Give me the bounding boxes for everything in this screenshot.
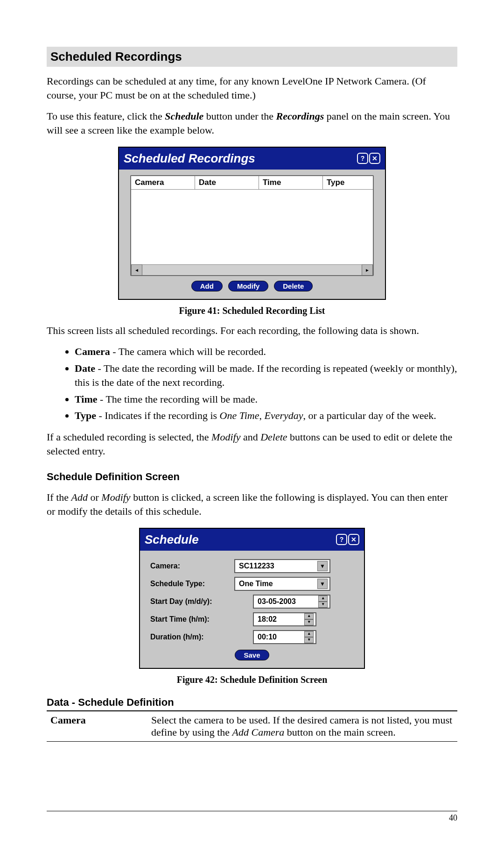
horizontal-scrollbar[interactable]: ◂ ▸: [131, 264, 373, 275]
paragraph: This screen lists all scheduled recordin…: [47, 324, 457, 338]
page-number: 40: [449, 813, 457, 823]
emph: Modify: [101, 491, 130, 503]
dialog-actions: Save: [150, 650, 354, 660]
spin-up-icon[interactable]: ▴: [304, 631, 314, 637]
dialog-title: Schedule: [145, 532, 199, 547]
text: If a scheduled recording is selected, th…: [47, 431, 211, 443]
text: button under the: [203, 110, 276, 122]
titlebar-controls: ? ✕: [336, 534, 359, 545]
spin-up-icon[interactable]: ▴: [318, 596, 328, 602]
close-icon[interactable]: ✕: [369, 153, 380, 164]
table-row: Camera Select the camera to be used. If …: [47, 711, 457, 742]
text: button on the main screen.: [284, 726, 395, 738]
spin-down-icon[interactable]: ▾: [318, 602, 328, 608]
label: Date: [75, 362, 95, 374]
label: Type: [75, 410, 96, 421]
emph: Add Camera: [232, 726, 285, 738]
label: Camera: [75, 346, 110, 357]
start-time-spinner[interactable]: 18:02 ▴ ▾: [253, 612, 316, 626]
bullet-list: Camera - The camera which will be record…: [47, 345, 457, 422]
figure: Schedule ? ✕ Camera: SC112233 ▼ Schedule…: [47, 528, 457, 669]
text: - The time the recording will be made.: [97, 393, 258, 405]
help-icon[interactable]: ?: [357, 153, 368, 164]
section-heading: Scheduled Recordings: [47, 47, 457, 67]
duration-spinner[interactable]: 00:10 ▴ ▾: [253, 630, 316, 644]
spinner-value: 18:02: [258, 615, 277, 624]
recordings-grid: Camera Date Time Type ◂ ▸: [130, 175, 374, 276]
form-row-start-day: Start Day (m/d/y): 03-05-2003 ▴ ▾: [150, 595, 354, 609]
dialog-body: Camera: SC112233 ▼ Schedule Type: One Ti…: [140, 551, 364, 668]
column-header-time[interactable]: Time: [259, 176, 323, 189]
text: , or a particular day of the week.: [303, 410, 436, 421]
spinner-buttons: ▴ ▾: [318, 596, 328, 608]
save-button[interactable]: Save: [235, 650, 269, 660]
camera-select[interactable]: SC112233 ▼: [234, 559, 330, 573]
definition-table: Camera Select the camera to be used. If …: [47, 711, 457, 742]
label-start-day: Start Day (m/d/y):: [150, 597, 234, 606]
dialog-body: Camera Date Time Type ◂ ▸ Add Modify Del…: [119, 170, 385, 299]
emph: Delete: [260, 431, 287, 443]
schedule-type-select[interactable]: One Time ▼: [234, 577, 330, 591]
text: and: [240, 431, 260, 443]
scroll-right-icon[interactable]: ▸: [362, 264, 373, 276]
start-day-spinner[interactable]: 03-05-2003 ▴ ▾: [253, 595, 330, 609]
dialog-titlebar: Schedule ? ✕: [140, 529, 364, 551]
spinner-value: 00:10: [258, 633, 277, 641]
emph: Add: [71, 491, 88, 503]
document-page: Scheduled Recordings Recordings can be s…: [0, 0, 504, 851]
page-footer: 40: [47, 811, 457, 823]
scheduled-recordings-dialog: Scheduled Recordings ? ✕ Camera Date Tim…: [118, 147, 386, 300]
text: or: [88, 491, 101, 503]
chevron-down-icon[interactable]: ▼: [317, 579, 328, 589]
select-value: SC112233: [239, 562, 274, 570]
column-header-date[interactable]: Date: [195, 176, 259, 189]
label-schedule-type: Schedule Type:: [150, 580, 234, 588]
text: To use this feature, click the: [47, 110, 165, 122]
delete-button[interactable]: Delete: [274, 281, 313, 291]
dialog-titlebar: Scheduled Recordings ? ✕: [119, 148, 385, 170]
emph: One Time: [220, 410, 259, 421]
spin-up-icon[interactable]: ▴: [304, 613, 314, 619]
defn-value: Select the camera to be used. If the des…: [147, 711, 457, 742]
dialog-actions: Add Modify Delete: [130, 281, 374, 291]
scroll-left-icon[interactable]: ◂: [131, 264, 142, 276]
text: - The camera which will be recorded.: [110, 346, 266, 357]
figure-caption: Figure 42: Schedule Definition Screen: [47, 674, 457, 685]
data-heading: Data - Schedule Definition: [47, 696, 457, 711]
text: - The date the recording will be made. I…: [75, 362, 457, 388]
text: ,: [259, 410, 265, 421]
grid-empty-area: [131, 190, 373, 264]
schedule-dialog: Schedule ? ✕ Camera: SC112233 ▼ Schedule…: [139, 528, 365, 669]
spin-down-icon[interactable]: ▾: [304, 637, 314, 643]
select-value: One Time: [239, 580, 273, 588]
form-row-camera: Camera: SC112233 ▼: [150, 559, 354, 573]
column-header-camera[interactable]: Camera: [131, 176, 195, 189]
list-item: Date - The date the recording will be ma…: [75, 362, 457, 389]
form-row-start-time: Start Time (h/m): 18:02 ▴ ▾: [150, 612, 354, 626]
chevron-down-icon[interactable]: ▼: [317, 561, 328, 571]
dialog-title: Scheduled Recordings: [124, 151, 255, 166]
spinner-buttons: ▴ ▾: [304, 613, 314, 625]
spinner-value: 03-05-2003: [258, 597, 296, 606]
emph: Modify: [211, 431, 240, 443]
label: Time: [75, 393, 97, 405]
figure-caption: Figure 41: Scheduled Recording List: [47, 305, 457, 316]
label-camera: Camera:: [150, 562, 234, 570]
spin-down-icon[interactable]: ▾: [304, 619, 314, 625]
close-icon[interactable]: ✕: [348, 534, 359, 545]
form-row-schedule-type: Schedule Type: One Time ▼: [150, 577, 354, 591]
list-item: Time - The time the recording will be ma…: [75, 392, 457, 406]
emph: Schedule: [165, 110, 203, 122]
paragraph: Recordings can be scheduled at any time,…: [47, 74, 457, 102]
list-item: Type - Indicates if the recording is One…: [75, 409, 457, 423]
text: If the: [47, 491, 71, 503]
modify-button[interactable]: Modify: [228, 281, 268, 291]
paragraph: To use this feature, click the Schedule …: [47, 109, 457, 137]
label-duration: Duration (h/m):: [150, 633, 234, 641]
list-item: Camera - The camera which will be record…: [75, 345, 457, 359]
form-row-duration: Duration (h/m): 00:10 ▴ ▾: [150, 630, 354, 644]
help-icon[interactable]: ?: [336, 534, 347, 545]
column-header-type[interactable]: Type: [323, 176, 373, 189]
add-button[interactable]: Add: [191, 281, 223, 291]
label-start-time: Start Time (h/m):: [150, 615, 234, 624]
